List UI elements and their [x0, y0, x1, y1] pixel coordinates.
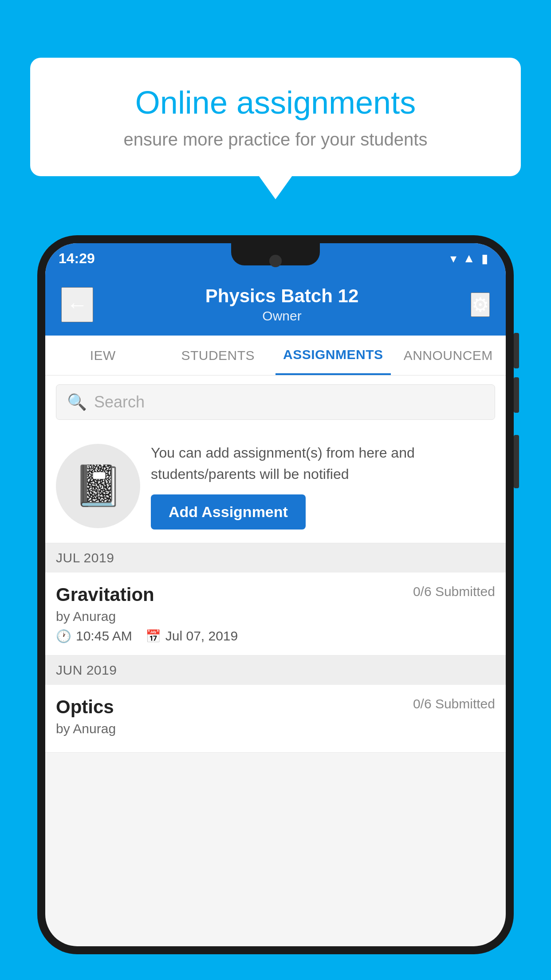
phone-notch	[231, 243, 320, 265]
wifi-icon: ▾	[450, 251, 457, 266]
search-container: 🔍 Search	[45, 375, 506, 429]
app-bar: ← Physics Batch 12 Owner ⚙	[45, 273, 506, 336]
assignment-name-gravitation: Gravitation	[56, 584, 154, 605]
search-placeholder: Search	[94, 393, 145, 411]
phone-camera	[269, 255, 282, 267]
tabs-bar: IEW STUDENTS ASSIGNMENTS ANNOUNCEM	[45, 336, 506, 375]
search-icon: 🔍	[67, 393, 87, 411]
volume-down-button	[514, 377, 519, 413]
phone-screen: 14:29 ▾ ▲ ▮ ← Physics Batch 12 Owner ⚙ I…	[45, 243, 506, 946]
notebook-icon: 📓	[73, 462, 123, 509]
assignment-meta-gravitation: 🕐 10:45 AM 📅 Jul 07, 2019	[56, 628, 495, 644]
assignment-time-value: 10:45 AM	[76, 628, 132, 644]
assignment-top-row: Gravitation 0/6 Submitted	[56, 584, 495, 605]
assignment-by-optics: by Anurag	[56, 721, 495, 736]
promo-description: You can add assignment(s) from here and …	[151, 442, 495, 485]
signal-icon: ▲	[463, 251, 475, 265]
assignment-name-optics: Optics	[56, 696, 114, 718]
assignment-by-gravitation: by Anurag	[56, 609, 495, 624]
speech-bubble-container: Online assignments ensure more practice …	[30, 58, 521, 176]
promo-icon-circle: 📓	[56, 444, 140, 528]
power-button	[514, 435, 519, 488]
back-button[interactable]: ←	[61, 287, 93, 322]
assignment-date: 📅 Jul 07, 2019	[146, 628, 238, 644]
status-icons: ▾ ▲ ▮	[450, 251, 488, 266]
promo-text-area: You can add assignment(s) from here and …	[151, 442, 495, 530]
add-assignment-button[interactable]: Add Assignment	[151, 494, 306, 530]
app-bar-subtitle: Owner	[205, 308, 359, 324]
assignment-item-optics[interactable]: Optics 0/6 Submitted by Anurag	[45, 685, 506, 753]
calendar-icon: 📅	[146, 629, 161, 644]
bubble-title: Online assignments	[61, 84, 490, 121]
app-bar-title: Physics Batch 12	[205, 285, 359, 307]
tab-announcements[interactable]: ANNOUNCEM	[391, 336, 506, 375]
speech-bubble: Online assignments ensure more practice …	[30, 58, 521, 176]
assignment-submitted-gravitation: 0/6 Submitted	[413, 584, 495, 599]
phone-container: 14:29 ▾ ▲ ▮ ← Physics Batch 12 Owner ⚙ I…	[37, 235, 514, 980]
search-bar[interactable]: 🔍 Search	[56, 384, 495, 420]
app-bar-title-container: Physics Batch 12 Owner	[205, 285, 359, 324]
tab-students[interactable]: STUDENTS	[161, 336, 276, 375]
promo-card: 📓 You can add assignment(s) from here an…	[45, 429, 506, 543]
volume-up-button	[514, 333, 519, 368]
assignment-top-row-optics: Optics 0/6 Submitted	[56, 696, 495, 718]
bubble-subtitle: ensure more practice for your students	[61, 130, 490, 150]
status-time: 14:29	[59, 250, 95, 267]
tab-assignments[interactable]: ASSIGNMENTS	[276, 336, 391, 375]
battery-icon: ▮	[481, 251, 488, 266]
assignment-item-gravitation[interactable]: Gravitation 0/6 Submitted by Anurag 🕐 10…	[45, 573, 506, 656]
phone-outer: 14:29 ▾ ▲ ▮ ← Physics Batch 12 Owner ⚙ I…	[37, 235, 514, 954]
month-header-jun: JUN 2019	[45, 656, 506, 685]
assignment-submitted-optics: 0/6 Submitted	[413, 696, 495, 711]
month-header-jul: JUL 2019	[45, 543, 506, 573]
tab-iew[interactable]: IEW	[45, 336, 161, 375]
clock-icon: 🕐	[56, 629, 71, 644]
settings-button[interactable]: ⚙	[471, 292, 490, 317]
assignment-time: 🕐 10:45 AM	[56, 628, 132, 644]
assignment-date-value: Jul 07, 2019	[165, 628, 238, 644]
